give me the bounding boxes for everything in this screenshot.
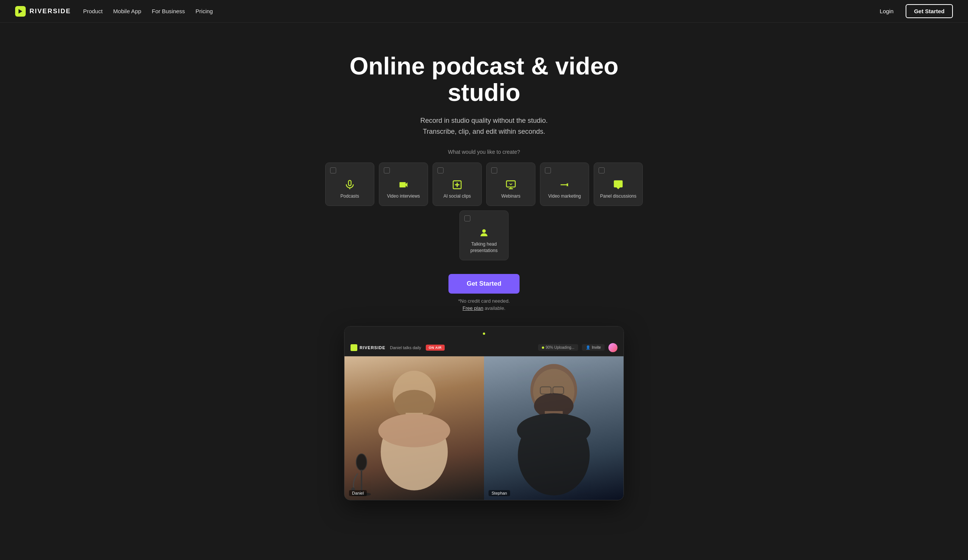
dot-indicator <box>483 332 485 335</box>
user-avatar <box>608 343 617 352</box>
hero-question: What would you like to create? <box>8 149 960 155</box>
card-label-talking-head: Talking head presentations <box>464 241 504 254</box>
app-preview: RIVERSIDE Daniel talks daily ON AIR 90% … <box>344 326 624 500</box>
login-button[interactable]: Login <box>874 5 900 17</box>
card-label-webinars: Webinars <box>491 193 530 200</box>
person2-name-tag: Stephan <box>489 490 510 496</box>
app-bar-left: RIVERSIDE Daniel talks daily ON AIR <box>351 344 445 351</box>
card-label-video-marketing: Video marketing <box>545 193 584 200</box>
card-label-panel-discussions: Panel discussions <box>598 193 638 200</box>
app-bar-logo: RIVERSIDE <box>351 344 385 351</box>
upload-indicator: 90% Uploading... <box>538 344 578 351</box>
category-cards: Podcasts Video interviews AI social clip… <box>314 162 654 260</box>
nav-item-product[interactable]: Product <box>83 8 103 15</box>
svg-point-3 <box>482 230 486 233</box>
hero-subtitle-line1: Record in studio quality without the stu… <box>420 117 547 124</box>
megaphone-icon <box>545 180 584 190</box>
nav-get-started-button[interactable]: Get Started <box>906 4 953 18</box>
navbar: RIVERSIDE Product Mobile App For Busines… <box>0 0 968 23</box>
free-plan-available: available. <box>485 305 506 311</box>
svg-point-8 <box>378 414 450 448</box>
app-bar-right: 90% Uploading... 👤 Invite <box>538 343 617 352</box>
video-camera-icon <box>384 180 423 190</box>
card-checkbox-video-marketing[interactable] <box>545 167 551 173</box>
microphone-icon <box>330 180 370 190</box>
nav-item-pricing[interactable]: Pricing <box>196 8 213 15</box>
invite-label: Invite <box>592 345 601 350</box>
upload-dot <box>542 347 544 349</box>
upload-text: 90% Uploading... <box>545 345 574 350</box>
nav-item-for-business[interactable]: For Business <box>152 8 185 15</box>
card-checkbox-podcasts[interactable] <box>330 167 336 173</box>
card-checkbox-webinars[interactable] <box>491 167 497 173</box>
app-bar-session-name: Daniel talks daily <box>390 345 421 350</box>
hero-subtitle-line2: Transcribe, clip, and edit within second… <box>423 128 545 135</box>
free-plan-text: Free plan available. <box>8 305 960 311</box>
on-air-badge: ON AIR <box>426 345 445 351</box>
card-label-podcasts: Podcasts <box>330 193 370 200</box>
card-ai-social-clips[interactable]: AI social clips <box>433 162 482 206</box>
svg-point-20 <box>517 413 591 448</box>
nav-link-pricing[interactable]: Pricing <box>196 8 213 14</box>
card-panel-discussions[interactable]: Panel discussions <box>593 162 643 206</box>
video-cell-stephan: Stephan <box>484 356 623 500</box>
hero-subtitle: Record in studio quality without the stu… <box>8 115 960 137</box>
logo-icon <box>15 6 26 17</box>
video-grid: Daniel <box>345 356 623 500</box>
nav-left: RIVERSIDE Product Mobile App For Busines… <box>15 6 213 17</box>
plus-icon <box>438 180 477 190</box>
preview-dots <box>345 327 623 339</box>
card-checkbox-panel-discussions[interactable] <box>598 167 605 173</box>
video-cell-daniel: Daniel <box>345 356 484 500</box>
nav-links: Product Mobile App For Business Pricing <box>83 8 213 15</box>
card-podcasts[interactable]: Podcasts <box>325 162 375 206</box>
nav-item-mobile-app[interactable]: Mobile App <box>113 8 141 15</box>
nav-link-mobile-app[interactable]: Mobile App <box>113 8 141 14</box>
card-checkbox-ai-social-clips[interactable] <box>438 167 444 173</box>
svg-rect-2 <box>506 181 515 187</box>
no-cc-text: *No credit card needed. <box>8 298 960 304</box>
invite-icon: 👤 <box>586 345 590 350</box>
free-plan-link[interactable]: Free plan <box>462 305 483 311</box>
main-get-started-button[interactable]: Get Started <box>448 274 520 294</box>
svg-rect-10 <box>361 470 362 492</box>
nav-link-for-business[interactable]: For Business <box>152 8 185 14</box>
card-checkbox-video-interviews[interactable] <box>384 167 390 173</box>
card-checkbox-talking-head[interactable] <box>464 215 471 221</box>
svg-point-9 <box>356 454 367 471</box>
person2-silhouette <box>484 356 623 500</box>
card-talking-head[interactable]: Talking head presentations <box>459 210 509 260</box>
app-bar: RIVERSIDE Daniel talks daily ON AIR 90% … <box>345 339 623 356</box>
chat-icon <box>598 180 638 190</box>
app-bar-logo-icon <box>351 344 357 351</box>
nav-right: Login Get Started <box>874 4 953 18</box>
invite-button[interactable]: 👤 Invite <box>582 344 605 351</box>
hero-title: Online podcast & video studio <box>314 53 654 106</box>
hero-section: Online podcast & video studio Record in … <box>0 23 968 515</box>
monitor-icon <box>491 180 530 190</box>
person1-name-tag: Daniel <box>349 490 367 496</box>
card-video-interviews[interactable]: Video interviews <box>379 162 428 206</box>
card-label-ai-social-clips: AI social clips <box>438 193 477 200</box>
nav-link-product[interactable]: Product <box>83 8 103 14</box>
person-icon <box>464 228 504 238</box>
logo[interactable]: RIVERSIDE <box>15 6 71 17</box>
cta-section: Get Started *No credit card needed. Free… <box>8 274 960 311</box>
card-label-video-interviews: Video interviews <box>384 193 423 200</box>
app-bar-logo-text: RIVERSIDE <box>360 345 385 350</box>
svg-marker-0 <box>18 9 22 13</box>
logo-text: RIVERSIDE <box>30 8 71 15</box>
card-webinars[interactable]: Webinars <box>486 162 535 206</box>
card-video-marketing[interactable]: Video marketing <box>540 162 589 206</box>
